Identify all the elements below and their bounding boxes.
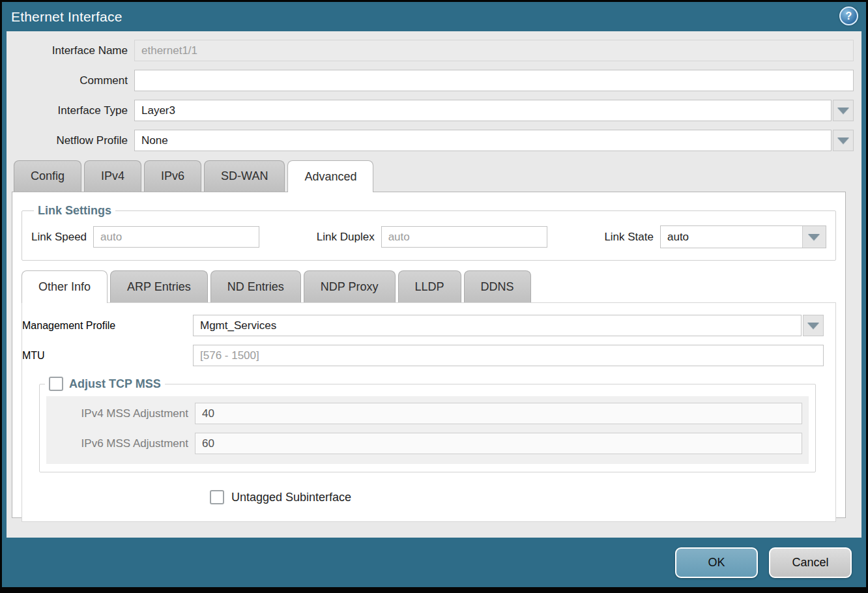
link-duplex-label: Link Duplex bbox=[317, 231, 381, 244]
tab-sd-wan[interactable]: SD-WAN bbox=[204, 160, 285, 192]
tab-advanced[interactable]: Advanced bbox=[287, 160, 373, 192]
chevron-down-icon bbox=[808, 234, 820, 240]
subtab-nd-entries[interactable]: ND Entries bbox=[210, 270, 301, 302]
advanced-tab-panel: Link Settings Link Speed Link Duplex Lin… bbox=[12, 192, 846, 518]
interface-type-dropdown-button[interactable] bbox=[833, 100, 854, 121]
ipv6-mss-row: IPv6 MSS Adjustment bbox=[46, 433, 809, 454]
interface-name-field bbox=[134, 40, 854, 61]
mtu-row: MTU bbox=[22, 345, 824, 366]
subtab-other-info[interactable]: Other Info bbox=[22, 270, 108, 303]
chevron-down-icon bbox=[837, 108, 849, 114]
interface-type-value[interactable]: Layer3 bbox=[134, 100, 832, 121]
link-speed-field[interactable] bbox=[93, 226, 259, 248]
chevron-down-icon bbox=[807, 323, 819, 329]
mss-fields-container: IPv4 MSS Adjustment IPv6 MSS Adjustment bbox=[46, 396, 809, 464]
sub-tabbar: Other Info ARP Entries ND Entries NDP Pr… bbox=[22, 270, 836, 302]
adjust-tcp-mss-checkbox[interactable] bbox=[49, 377, 63, 391]
help-icon[interactable]: ? bbox=[839, 7, 858, 25]
link-state-dropdown-button[interactable] bbox=[802, 226, 826, 248]
other-info-panel: Management Profile Mgmt_Services MTU bbox=[22, 302, 836, 522]
tab-ipv4[interactable]: IPv4 bbox=[84, 160, 141, 192]
ipv4-mss-field bbox=[195, 403, 802, 424]
management-profile-value[interactable]: Mgmt_Services bbox=[193, 315, 802, 336]
subtab-ndp-proxy[interactable]: NDP Proxy bbox=[304, 270, 396, 302]
adjust-tcp-mss-legend: Adjust TCP MSS bbox=[45, 377, 165, 391]
netflow-profile-label: Netflow Profile bbox=[7, 134, 134, 147]
comment-row: Comment bbox=[7, 70, 854, 91]
mtu-field[interactable] bbox=[193, 345, 824, 366]
adjust-tcp-mss-label: Adjust TCP MSS bbox=[69, 377, 161, 391]
ipv4-mss-row: IPv4 MSS Adjustment bbox=[46, 403, 809, 424]
main-tabbar: Config IPv4 IPv6 SD-WAN Advanced bbox=[7, 160, 854, 192]
link-speed-group: Link Speed bbox=[31, 226, 259, 248]
netflow-profile-value[interactable]: None bbox=[134, 130, 832, 151]
comment-label: Comment bbox=[7, 74, 134, 87]
adjust-tcp-mss-fieldset: Adjust TCP MSS IPv4 MSS Adjustment IPv6 … bbox=[39, 377, 816, 472]
link-settings-row: Link Speed Link Duplex Link State auto bbox=[31, 225, 826, 248]
netflow-profile-dropdown-button[interactable] bbox=[833, 130, 854, 151]
link-state-value[interactable]: auto bbox=[661, 226, 802, 248]
subtab-lldp[interactable]: LLDP bbox=[398, 270, 461, 302]
tab-ipv6[interactable]: IPv6 bbox=[144, 160, 201, 192]
link-state-dropdown[interactable]: auto bbox=[660, 225, 826, 248]
link-settings-fieldset: Link Settings Link Speed Link Duplex Lin… bbox=[22, 204, 836, 261]
management-profile-row: Management Profile Mgmt_Services bbox=[22, 315, 824, 336]
dialog-body: Interface Name Comment Interface Type La… bbox=[7, 31, 861, 538]
titlebar: Ethernet Interface bbox=[2, 2, 866, 31]
mtu-label: MTU bbox=[22, 350, 193, 362]
netflow-profile-row: Netflow Profile None bbox=[7, 130, 854, 151]
chevron-down-icon bbox=[837, 137, 849, 144]
untagged-subinterface-row: Untagged Subinterface bbox=[210, 490, 824, 504]
management-profile-label: Management Profile bbox=[22, 320, 193, 332]
subtab-ddns[interactable]: DDNS bbox=[464, 270, 531, 302]
interface-type-label: Interface Type bbox=[7, 104, 134, 117]
untagged-subinterface-checkbox[interactable] bbox=[210, 490, 224, 504]
management-profile-dropdown[interactable]: Mgmt_Services bbox=[193, 315, 824, 336]
ipv6-mss-field bbox=[195, 433, 802, 454]
management-profile-dropdown-button[interactable] bbox=[803, 315, 824, 336]
link-settings-legend: Link Settings bbox=[34, 204, 115, 218]
untagged-subinterface-label: Untagged Subinterface bbox=[231, 491, 351, 504]
interface-type-dropdown[interactable]: Layer3 bbox=[134, 100, 854, 121]
comment-field[interactable] bbox=[134, 70, 854, 91]
ipv6-mss-label: IPv6 MSS Adjustment bbox=[46, 437, 195, 450]
netflow-profile-dropdown[interactable]: None bbox=[134, 130, 854, 151]
link-duplex-group: Link Duplex bbox=[317, 226, 547, 248]
link-state-group: Link State auto bbox=[604, 225, 826, 248]
cancel-button[interactable]: Cancel bbox=[769, 547, 852, 578]
interface-name-row: Interface Name bbox=[7, 40, 854, 61]
subtab-arp-entries[interactable]: ARP Entries bbox=[110, 270, 208, 302]
ethernet-interface-dialog: Ethernet Interface ? Interface Name Comm… bbox=[0, 0, 868, 593]
dialog-footer: OK Cancel bbox=[2, 538, 866, 587]
interface-type-row: Interface Type Layer3 bbox=[7, 100, 854, 121]
interface-name-label: Interface Name bbox=[7, 44, 134, 57]
dialog-title: Ethernet Interface bbox=[11, 9, 123, 25]
ipv4-mss-label: IPv4 MSS Adjustment bbox=[46, 407, 195, 420]
link-speed-label: Link Speed bbox=[31, 231, 93, 244]
link-duplex-field[interactable] bbox=[381, 226, 547, 248]
tab-config[interactable]: Config bbox=[14, 160, 81, 192]
help-icon-glyph: ? bbox=[846, 10, 852, 22]
link-state-label: Link State bbox=[604, 231, 660, 244]
ok-button[interactable]: OK bbox=[675, 547, 758, 578]
